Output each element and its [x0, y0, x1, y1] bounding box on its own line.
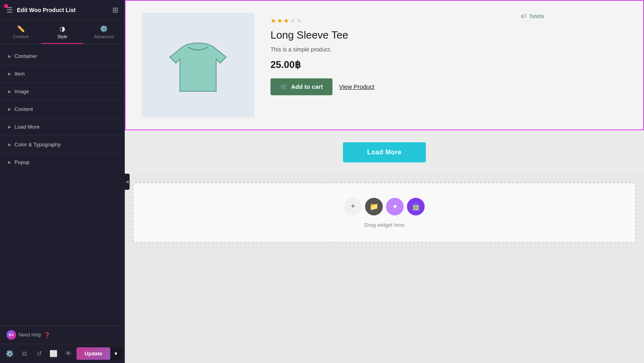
section-item-header[interactable]: ▶ Item [0, 65, 125, 82]
star-rating: ★ ★ ★ ★ ★ [270, 17, 544, 25]
sidebar-sections: ▶ Container ▶ Item ▶ Image ▶ Content ▶ [0, 44, 125, 326]
settings-icon-btn[interactable]: ⚙️ [3, 347, 16, 361]
history-icon-btn[interactable]: ↺ [33, 347, 45, 361]
product-actions: 🛒 Add to cart View Product [270, 78, 544, 95]
tab-advanced[interactable]: ⚙️ Advanced [83, 20, 125, 44]
pink-dot [4, 4, 8, 8]
tab-style[interactable]: ◑ Style [41, 20, 83, 44]
product-description: This is a simple product. [270, 46, 544, 53]
section-color-typography-header[interactable]: ▶ Color & Typography [0, 136, 125, 153]
load-more-button[interactable]: Load More [343, 142, 425, 162]
section-content-header[interactable]: ▶ Content [0, 100, 125, 118]
add-to-cart-button[interactable]: 🛒 Add to cart [270, 78, 332, 95]
sidebar: ☰ Edit Woo Product List ⊞ ✏️ Content ◑ S… [0, 0, 125, 363]
chevron-color-typography: ▶ [8, 142, 11, 147]
section-image-header[interactable]: ▶ Image [0, 83, 125, 100]
star-4: ★ [290, 17, 295, 25]
product-info: 🏷 Tshirts ★ ★ ★ ★ ★ Long Sleeve Tee This… [270, 13, 544, 95]
star-3: ★ [283, 17, 289, 25]
product-image-svg [158, 25, 238, 105]
content-tab-icon: ✏️ [17, 25, 25, 33]
section-item-label: Item [14, 71, 25, 77]
update-dropdown-button[interactable]: ▼ [110, 347, 122, 360]
magic-widget-button[interactable]: ✦ [386, 198, 404, 215]
star-1: ★ [270, 17, 276, 25]
load-more-section: Load More [125, 130, 644, 174]
responsive-icon-btn[interactable]: ⬜ [47, 347, 60, 361]
help-circle-icon: ❓ [44, 332, 50, 338]
section-item: ▶ Item [0, 65, 125, 83]
product-card: 🏷 Tshirts ★ ★ ★ ★ ★ Long Sleeve Tee This… [142, 13, 544, 117]
section-load-more-header[interactable]: ▶ Load More [0, 118, 125, 135]
update-group: Update ▼ [76, 347, 122, 360]
product-section: 🏷 Tshirts ★ ★ ★ ★ ★ Long Sleeve Tee This… [125, 0, 644, 130]
section-color-typography: ▶ Color & Typography [0, 136, 125, 154]
tab-content[interactable]: ✏️ Content [0, 20, 41, 44]
collapse-icon: ◀ [126, 179, 129, 184]
main-canvas: 🏷 Tshirts ★ ★ ★ ★ ★ Long Sleeve Tee This… [125, 0, 644, 363]
cart-icon: 🛒 [280, 83, 288, 90]
collapse-handle[interactable]: ◀ [125, 174, 130, 190]
folder-widget-button[interactable]: 📁 [365, 198, 383, 215]
section-load-more: ▶ Load More [0, 118, 125, 136]
view-product-link[interactable]: View Product [339, 83, 374, 90]
product-name: Long Sleeve Tee [270, 29, 544, 42]
grid-icon[interactable]: ⊞ [112, 6, 118, 14]
tab-content-label: Content [13, 34, 29, 39]
section-container-header[interactable]: ▶ Container [0, 47, 125, 65]
sidebar-header-left: ☰ Edit Woo Product List [6, 6, 76, 14]
product-price: 25.00฿ [270, 59, 544, 70]
chevron-container: ▶ [8, 54, 11, 58]
sidebar-tabs: ✏️ Content ◑ Style ⚙️ Advanced [0, 20, 125, 44]
add-widget-button[interactable]: + [344, 198, 362, 215]
section-color-typography-label: Color & Typography [14, 142, 61, 148]
need-help-footer[interactable]: EA Need Help ❓ [0, 326, 125, 344]
sidebar-toolbar: ⚙️ ⧉ ↺ ⬜ 👁 Update ▼ [0, 344, 125, 363]
category-icon: 🏷 [521, 13, 526, 19]
section-popup-label: Popup [14, 159, 30, 165]
style-tab-icon: ◑ [60, 25, 65, 33]
tab-advanced-label: Advanced [94, 34, 114, 39]
star-5: ★ [296, 17, 302, 25]
chevron-image: ▶ [8, 89, 11, 94]
section-load-more-label: Load More [14, 124, 39, 130]
preview-icon-btn[interactable]: 👁 [62, 347, 75, 361]
drag-widget-text: Drag widget here [365, 222, 405, 228]
section-image: ▶ Image [0, 83, 125, 100]
sidebar-title: Edit Woo Product List [17, 7, 76, 13]
add-to-cart-label: Add to cart [291, 83, 323, 90]
chevron-item: ▶ [8, 72, 11, 76]
product-category-text: Tshirts [529, 13, 544, 19]
widget-drop-area: + 📁 ✦ 🤖 Drag widget here [133, 183, 636, 243]
widget-action-buttons: + 📁 ✦ 🤖 [344, 198, 425, 215]
chevron-load-more: ▶ [8, 125, 11, 129]
section-content-label: Content [14, 106, 33, 112]
chevron-content: ▶ [8, 107, 11, 111]
section-container-label: Container [14, 53, 37, 59]
robot-widget-button[interactable]: 🤖 [407, 198, 425, 215]
advanced-tab-icon: ⚙️ [100, 25, 108, 33]
tab-style-label: Style [58, 34, 67, 39]
need-help-text: Need Help [19, 332, 41, 338]
section-popup: ▶ Popup [0, 154, 125, 171]
update-button[interactable]: Update [76, 347, 110, 360]
section-container: ▶ Container [0, 47, 125, 65]
star-2: ★ [277, 17, 283, 25]
sidebar-header: ☰ Edit Woo Product List ⊞ [0, 0, 125, 20]
layers-icon-btn[interactable]: ⧉ [18, 347, 31, 361]
product-image-wrap [142, 13, 254, 117]
ea-badge: EA [6, 330, 16, 340]
ea-badge-text: EA [9, 333, 14, 337]
product-category: 🏷 Tshirts [521, 13, 544, 19]
chevron-popup: ▶ [8, 160, 11, 164]
section-image-label: Image [14, 88, 29, 94]
section-popup-header[interactable]: ▶ Popup [0, 154, 125, 171]
section-content: ▶ Content [0, 100, 125, 118]
